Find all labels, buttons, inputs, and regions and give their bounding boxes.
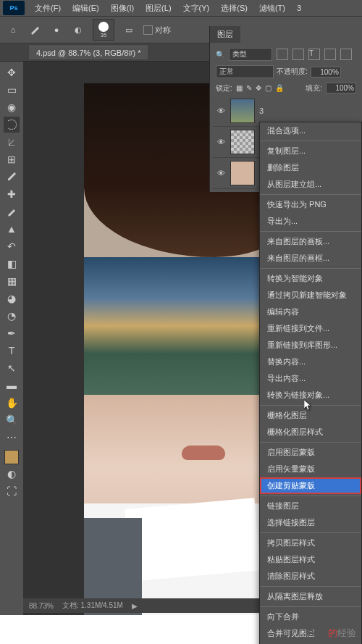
doc-info[interactable]: 文档: 1.31M/4.51M bbox=[62, 601, 123, 611]
context-menu-item[interactable]: 重新链接到库图形... bbox=[260, 337, 361, 354]
context-menu-item[interactable]: 复制图层... bbox=[260, 143, 361, 159]
pen-tool[interactable]: ✒ bbox=[4, 325, 20, 341]
filter-type-select[interactable]: 类型 bbox=[229, 48, 272, 61]
context-menu-item[interactable]: 来自图层的画框... bbox=[260, 250, 361, 267]
blur-tool[interactable]: ◕ bbox=[4, 290, 20, 306]
zoom-level[interactable]: 88.73% bbox=[29, 602, 54, 610]
edit-toolbar[interactable]: ⋯ bbox=[4, 430, 20, 446]
lock-label: 锁定: bbox=[216, 83, 232, 93]
lock-all-icon[interactable]: 🔒 bbox=[275, 84, 284, 92]
blend-mode-select[interactable]: 正常 bbox=[216, 65, 274, 78]
healing-tool[interactable]: ✚ bbox=[4, 186, 20, 202]
context-menu-item[interactable]: 启用矢量蒙版 bbox=[260, 461, 361, 477]
filter-smart-icon[interactable] bbox=[340, 49, 352, 60]
context-menu-item[interactable]: 转换为智能对象 bbox=[260, 270, 361, 287]
menu-separator bbox=[260, 606, 361, 607]
context-menu-item[interactable]: 删除图层 bbox=[260, 159, 361, 176]
opacity-label: 不透明度: bbox=[277, 67, 308, 77]
context-menu-item[interactable]: 编辑内容 bbox=[260, 304, 361, 320]
lock-pixels-icon[interactable]: ✎ bbox=[246, 84, 252, 92]
menu-edit[interactable]: 编辑(E) bbox=[68, 1, 104, 15]
context-menu-item[interactable]: 替换内容... bbox=[260, 354, 361, 370]
move-tool[interactable]: ✥ bbox=[4, 64, 20, 80]
brush-tool[interactable] bbox=[4, 204, 20, 219]
fill-value[interactable]: 100% bbox=[326, 83, 356, 93]
visibility-icon[interactable]: 👁 bbox=[216, 137, 226, 147]
brush-size-label: 35 bbox=[101, 32, 107, 38]
context-menu-item[interactable]: 栅格化图层样式 bbox=[260, 424, 361, 440]
context-menu-item[interactable]: 从图层建立组... bbox=[260, 176, 361, 193]
chevron-right-icon[interactable]: ▶ bbox=[132, 602, 138, 610]
path-tool[interactable]: ↖ bbox=[4, 360, 20, 376]
context-menu-item[interactable]: 链接图层 bbox=[260, 498, 361, 514]
hand-tool[interactable]: ✋ bbox=[4, 395, 20, 411]
visibility-icon[interactable]: 👁 bbox=[216, 168, 226, 178]
brush-preview[interactable]: 35 bbox=[93, 19, 114, 41]
history-brush-tool[interactable]: ↶ bbox=[4, 238, 20, 254]
visibility-icon[interactable]: 👁 bbox=[216, 106, 226, 116]
context-menu-item[interactable]: 向下合并 bbox=[260, 609, 361, 625]
menu-separator bbox=[260, 532, 361, 533]
marquee-tool[interactable]: ▭ bbox=[4, 82, 20, 98]
context-menu-item[interactable]: 重新链接到文件... bbox=[260, 320, 361, 337]
type-tool[interactable]: T bbox=[4, 343, 20, 359]
context-menu-item[interactable]: 转换为链接对象... bbox=[260, 387, 361, 403]
context-menu-item[interactable]: 拷贝图层样式 bbox=[260, 535, 361, 551]
stamp-tool[interactable]: ▲ bbox=[4, 221, 20, 237]
lock-transparent-icon[interactable]: ▦ bbox=[236, 84, 243, 92]
context-menu-item[interactable]: 创建剪贴蒙版 bbox=[260, 477, 361, 494]
dodge-tool[interactable]: ◔ bbox=[4, 308, 20, 324]
context-menu-item[interactable]: 混合选项... bbox=[260, 122, 361, 139]
context-menu-item[interactable]: 启用图层蒙版 bbox=[260, 444, 361, 461]
brush-icon[interactable]: ● bbox=[49, 22, 64, 37]
menu-layer[interactable]: 图层(L) bbox=[141, 1, 175, 15]
context-menu-item[interactable]: 通过拷贝新建智能对象 bbox=[260, 287, 361, 304]
opacity-value[interactable]: 100% bbox=[311, 67, 341, 78]
menu-3d[interactable]: 3 bbox=[292, 2, 306, 14]
frame-tool[interactable]: ⊞ bbox=[4, 151, 20, 167]
context-menu-item[interactable]: 从隔离图层释放 bbox=[260, 588, 361, 605]
panel-tab-layers[interactable]: 图层 bbox=[210, 26, 240, 43]
filter-adjust-icon[interactable] bbox=[292, 49, 304, 60]
menu-file[interactable]: 文件(F) bbox=[30, 1, 65, 15]
filter-shape-icon[interactable] bbox=[324, 49, 336, 60]
menu-type[interactable]: 文字(Y) bbox=[179, 1, 214, 15]
filter-pixel-icon[interactable] bbox=[277, 49, 288, 60]
context-menu-item[interactable]: 粘贴图层样式 bbox=[260, 551, 361, 568]
home-icon[interactable]: ⌂ bbox=[6, 22, 20, 37]
gradient-tool[interactable]: ▦ bbox=[4, 273, 20, 289]
menu-image[interactable]: 图像(I) bbox=[106, 1, 138, 15]
brush-settings-icon[interactable]: ◐ bbox=[71, 22, 85, 37]
checkbox-icon bbox=[143, 25, 153, 35]
context-menu-item[interactable]: 清除图层样式 bbox=[260, 568, 361, 585]
quick-select-tool[interactable] bbox=[4, 117, 20, 133]
context-menu-item[interactable]: 导出内容... bbox=[260, 370, 361, 387]
menu-separator bbox=[260, 268, 361, 269]
quick-mask-tool[interactable]: ◐ bbox=[4, 466, 20, 482]
brush-panel-icon[interactable]: ▭ bbox=[122, 22, 136, 37]
zoom-tool[interactable]: 🔍 bbox=[4, 412, 20, 428]
foreground-swatch[interactable] bbox=[4, 450, 19, 464]
watermark: Baid的经验 bbox=[308, 627, 356, 640]
lock-artboard-icon[interactable]: ▢ bbox=[265, 84, 272, 92]
menu-filter[interactable]: 滤镜(T) bbox=[255, 1, 290, 15]
lasso-tool[interactable]: ◉ bbox=[4, 99, 20, 115]
screen-mode-tool[interactable]: ⛶ bbox=[4, 483, 20, 499]
context-menu-item[interactable]: 来自图层的画板... bbox=[260, 233, 361, 250]
menu-select[interactable]: 选择(S) bbox=[216, 1, 252, 15]
document-tab[interactable]: 4.psd @ 88.7% (3, RGB/8#) * bbox=[29, 46, 148, 59]
layer-name[interactable]: 3 bbox=[259, 106, 264, 115]
eyedropper-tool[interactable] bbox=[4, 169, 20, 185]
symmetry-option[interactable]: 对称 bbox=[143, 25, 171, 35]
lock-position-icon[interactable]: ✥ bbox=[256, 84, 261, 92]
context-menu-item[interactable]: 快速导出为 PNG bbox=[260, 196, 361, 213]
context-menu-item[interactable]: 导出为... bbox=[260, 213, 361, 230]
crop-tool[interactable]: ⟀ bbox=[4, 134, 20, 150]
context-menu-item[interactable]: 栅格化图层 bbox=[260, 407, 361, 424]
context-menu-item[interactable]: 选择链接图层 bbox=[260, 514, 361, 531]
tool-preset-icon[interactable] bbox=[28, 22, 42, 37]
eraser-tool[interactable]: ◧ bbox=[4, 256, 20, 272]
filter-type-icon[interactable]: T bbox=[308, 49, 320, 60]
search-icon[interactable]: 🔍 bbox=[216, 51, 224, 59]
shape-tool[interactable]: ▬ bbox=[4, 377, 20, 393]
